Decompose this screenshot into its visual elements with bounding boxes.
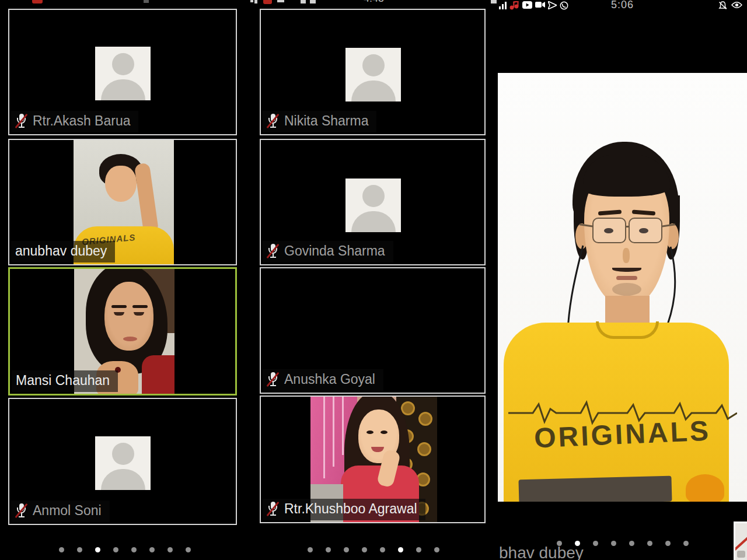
page-dot[interactable]	[434, 547, 439, 552]
music-app-icon	[263, 0, 272, 4]
person-lips	[123, 337, 137, 341]
person-arm	[134, 163, 159, 234]
person-eyebrow	[111, 305, 127, 308]
page-dot[interactable]	[59, 547, 64, 552]
page-dot[interactable]	[416, 547, 421, 552]
shirt-collar	[596, 321, 659, 339]
participant-tile-govinda[interactable]: Govinda Sharma	[260, 139, 486, 265]
fabric-circle	[418, 412, 432, 426]
mic-muted-icon	[267, 501, 279, 517]
participant-name: anubhav dubey	[15, 243, 107, 259]
gallery-screen-left: Rtr.Akash Barua ORIGINALS anubhav dubey	[0, 0, 249, 560]
status-time: 5:06	[498, 0, 747, 11]
avatar-head	[362, 54, 385, 76]
page-dot[interactable]	[683, 541, 689, 546]
participant-name: Rtr.Khushboo Agrawal	[284, 501, 417, 517]
participant-tile-khushboo[interactable]: Rtr.Khushboo Agrawal	[260, 396, 486, 523]
page-dot[interactable]	[611, 541, 616, 546]
participant-label: Govinda Sharma	[263, 241, 393, 262]
page-dot[interactable]	[167, 547, 173, 552]
decor-string	[342, 397, 344, 455]
participant-label: Rtr.Khushboo Agrawal	[263, 499, 425, 520]
mic-muted-icon	[15, 503, 27, 519]
page-dot[interactable]	[647, 541, 652, 546]
avatar-head	[112, 443, 134, 465]
dark-foreground-object	[518, 476, 672, 502]
person-clothing	[142, 355, 174, 394]
decor-string	[323, 397, 325, 478]
avatar	[345, 178, 401, 232]
page-dot[interactable]	[593, 541, 598, 546]
page-dot-active[interactable]	[398, 547, 403, 552]
person-eye	[366, 430, 374, 434]
person-face	[105, 166, 137, 202]
speaker-name-label: bhav dubey	[499, 544, 584, 560]
orange-foreground-object	[686, 474, 724, 502]
active-speaker-video[interactable]: ORIGINALS	[498, 73, 747, 502]
signal-icon	[254, 0, 257, 4]
status-fragment-icon	[301, 0, 306, 4]
self-view-thumbnail[interactable]	[734, 522, 747, 560]
page-dot[interactable]	[344, 547, 349, 552]
page-dot[interactable]	[629, 541, 634, 546]
participant-tile-anubhav[interactable]: ORIGINALS anubhav dubey	[8, 139, 237, 265]
page-dot[interactable]	[149, 547, 155, 552]
fabric-circle	[401, 401, 415, 415]
status-fragment-icon	[32, 0, 43, 4]
participant-label: Rtr.Akash Barua	[11, 111, 138, 132]
participant-label: Anmol Soni	[11, 501, 110, 522]
person-eye	[381, 430, 388, 434]
avatar-body	[351, 211, 396, 232]
participant-label: Nikita Sharma	[263, 111, 376, 132]
screenshot-canvas: Rtr.Akash Barua ORIGINALS anubhav dubey	[0, 0, 747, 560]
participant-tile-akash[interactable]: Rtr.Akash Barua	[8, 9, 237, 135]
participant-name: Anmol Soni	[33, 503, 102, 519]
avatar-body	[101, 79, 145, 100]
mic-muted-icon	[267, 113, 279, 129]
participant-tile-anushka[interactable]: Anushka Goyal	[260, 267, 486, 394]
avatar-body	[101, 469, 145, 490]
participant-name: Anushka Goyal	[284, 372, 375, 387]
speaker-screen-right: 5:06	[498, 0, 747, 560]
participant-tile-anmol[interactable]: Anmol Soni	[8, 398, 237, 525]
page-dot[interactable]	[326, 547, 331, 552]
page-dot[interactable]	[113, 547, 118, 552]
page-dot[interactable]	[665, 541, 671, 546]
participant-label: Mansi Chauhan	[12, 370, 118, 392]
participant-label: anubhav dubey	[11, 241, 115, 262]
avatar	[95, 436, 151, 490]
page-dot[interactable]	[186, 547, 191, 552]
mic-muted-icon	[267, 243, 279, 259]
avatar-head	[112, 53, 134, 75]
mic-muted-icon	[15, 113, 27, 129]
participant-tile-nikita[interactable]: Nikita Sharma	[260, 9, 486, 135]
status-time-partial: 4:45	[364, 0, 399, 5]
status-fragment-icon	[277, 0, 284, 2]
mic-muted-icon	[267, 372, 279, 387]
page-dot[interactable]	[131, 547, 137, 552]
decor-string	[333, 397, 334, 467]
avatar	[345, 48, 401, 102]
eye-icon	[731, 1, 742, 9]
notifications-off-icon	[718, 1, 727, 10]
avatar-body	[351, 80, 396, 102]
avatar	[95, 47, 151, 100]
participant-name: Rtr.Akash Barua	[33, 113, 130, 129]
avatar-head	[362, 185, 385, 207]
page-dot[interactable]	[308, 547, 313, 552]
status-fragment-icon	[144, 0, 149, 3]
participant-label: Anushka Goyal	[263, 369, 383, 391]
page-dot[interactable]	[362, 547, 367, 552]
person-eyebrow	[132, 305, 148, 308]
participant-tile-mansi-active-speaker[interactable]: Mansi Chauhan	[8, 267, 237, 396]
page-dot[interactable]	[77, 547, 82, 552]
signal-icon	[250, 0, 253, 2]
status-fragment-icon	[310, 0, 316, 4]
page-dots	[59, 547, 191, 552]
status-fragment-icon	[491, 0, 497, 4]
page-dot-active[interactable]	[95, 547, 100, 552]
participant-name: Nikita Sharma	[284, 113, 368, 129]
page-dot[interactable]	[380, 547, 385, 552]
participant-name: Govinda Sharma	[284, 243, 385, 259]
page-dots	[308, 547, 439, 552]
